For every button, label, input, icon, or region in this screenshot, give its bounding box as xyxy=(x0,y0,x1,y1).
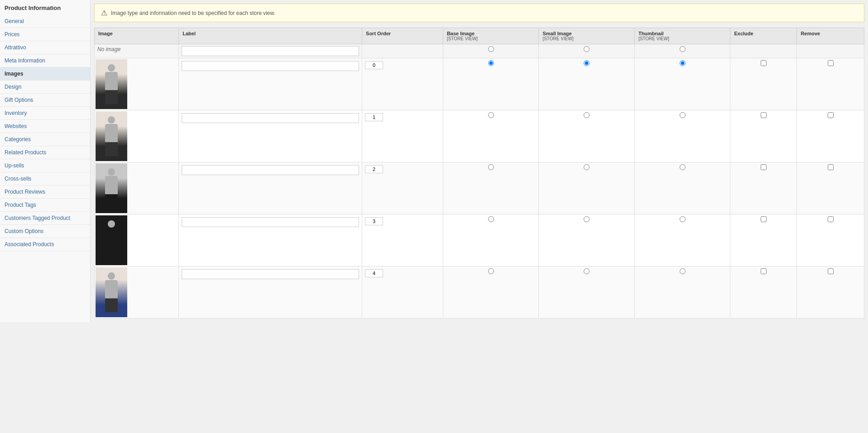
label-input-5[interactable] xyxy=(182,269,359,279)
thumbnail-cell-3 xyxy=(634,162,730,214)
label-cell xyxy=(179,266,362,319)
col-small-image: Small Image [STORE VIEW] xyxy=(539,28,635,44)
exclude-checkbox-5[interactable] xyxy=(761,268,767,274)
sidebar-item-product-tags[interactable]: Product Tags xyxy=(0,199,90,212)
sidebar-item-customers-tagged-product[interactable]: Customers Tagged Product xyxy=(0,212,90,225)
thumbnail-cell-1 xyxy=(634,58,730,110)
sidebar-item-cross-sells[interactable]: Cross-sells xyxy=(0,172,90,186)
sidebar-item-design[interactable]: Design xyxy=(0,81,90,94)
main-content: ⚠ Image type and information need to be … xyxy=(91,0,868,322)
person-silhouette xyxy=(105,220,118,260)
sidebar-item-general[interactable]: General xyxy=(0,15,90,28)
table-row: No image xyxy=(95,44,864,58)
sidebar-item-categories[interactable]: Categories xyxy=(0,133,90,146)
sidebar-item-custom-options[interactable]: Custom Options xyxy=(0,225,90,238)
sidebar-item-up-sells[interactable]: Up-sells xyxy=(0,159,90,172)
sidebar-item-meta-information[interactable]: Meta Information xyxy=(0,54,90,67)
person-legs xyxy=(105,195,118,208)
sidebar-item-associated-products[interactable]: Associated Products xyxy=(0,238,90,251)
base-image-cell-4 xyxy=(443,214,539,266)
small-image-radio-5[interactable] xyxy=(584,268,590,274)
remove-checkbox-2[interactable] xyxy=(828,112,834,118)
base-image-cell xyxy=(443,44,539,58)
base-image-radio-1[interactable] xyxy=(488,60,494,66)
remove-cell-4 xyxy=(797,214,864,266)
exclude-cell-3 xyxy=(730,162,797,214)
sort-order-input-5[interactable] xyxy=(365,269,383,277)
sidebar-item-product-reviews[interactable]: Product Reviews xyxy=(0,186,90,199)
sidebar-nav: GeneralPricesAttrattivoMeta InformationI… xyxy=(0,15,90,251)
base-image-radio-3[interactable] xyxy=(488,164,494,170)
person-legs xyxy=(105,247,118,260)
sort-order-input-2[interactable] xyxy=(365,113,383,121)
exclude-cell xyxy=(730,44,797,58)
thumbnail-radio[interactable] xyxy=(680,46,686,52)
thumbnail-radio-3[interactable] xyxy=(680,164,686,170)
sort-order-cell xyxy=(362,214,443,266)
sidebar-item-websites[interactable]: Websites xyxy=(0,120,90,133)
label-input[interactable] xyxy=(182,46,359,56)
col-image: Image xyxy=(95,28,179,44)
base-image-radio-4[interactable] xyxy=(488,216,494,222)
col-base-image: Base Image [STORE VIEW] xyxy=(443,28,539,44)
base-image-radio-5[interactable] xyxy=(488,268,494,274)
sort-order-input-3[interactable] xyxy=(365,165,383,173)
sidebar-item-related-products[interactable]: Related Products xyxy=(0,146,90,159)
base-image-radio-2[interactable] xyxy=(488,112,494,118)
sidebar-item-attrattivo[interactable]: Attrattivo xyxy=(0,41,90,54)
thumbnail-cell-5 xyxy=(634,266,730,319)
label-input-2[interactable] xyxy=(182,113,359,123)
no-image-label: No image xyxy=(97,46,120,52)
remove-checkbox-5[interactable] xyxy=(828,268,834,274)
remove-cell xyxy=(797,44,864,58)
thumbnail-radio-4[interactable] xyxy=(680,216,686,222)
image-cell xyxy=(95,266,179,319)
remove-checkbox-3[interactable] xyxy=(828,164,834,170)
remove-checkbox-4[interactable] xyxy=(828,216,834,222)
small-image-radio[interactable] xyxy=(584,46,590,52)
exclude-checkbox-1[interactable] xyxy=(761,60,767,66)
small-image-cell-3 xyxy=(539,162,635,214)
remove-checkbox-1[interactable] xyxy=(828,60,834,66)
col-thumbnail: Thumbnail [STORE VIEW] xyxy=(634,28,730,44)
exclude-checkbox-4[interactable] xyxy=(761,216,767,222)
sidebar-item-inventory[interactable]: Inventory xyxy=(0,107,90,120)
table-row xyxy=(95,214,864,266)
label-input-1[interactable] xyxy=(182,61,359,71)
col-sort-order: Sort Order xyxy=(362,28,443,44)
thumbnail-cell-2 xyxy=(634,110,730,162)
sort-order-cell xyxy=(362,44,443,58)
col-remove: Remove xyxy=(797,28,864,44)
thumbnail-radio-5[interactable] xyxy=(680,268,686,274)
person-head xyxy=(108,168,115,176)
sidebar-item-prices[interactable]: Prices xyxy=(0,28,90,41)
exclude-cell-2 xyxy=(730,110,797,162)
exclude-checkbox-2[interactable] xyxy=(761,112,767,118)
small-image-cell-2 xyxy=(539,110,635,162)
label-input-4[interactable] xyxy=(182,217,359,227)
base-image-radio[interactable] xyxy=(488,46,494,52)
product-image-1 xyxy=(96,59,127,109)
thumbnail-radio-2[interactable] xyxy=(680,112,686,118)
person-body xyxy=(105,72,118,90)
sidebar-item-images[interactable]: Images xyxy=(0,67,90,81)
product-image-2 xyxy=(96,111,127,161)
thumbnail-cell xyxy=(634,44,730,58)
small-image-radio-3[interactable] xyxy=(584,164,590,170)
sort-order-input-4[interactable] xyxy=(365,217,383,225)
person-head xyxy=(108,272,115,280)
small-image-radio-2[interactable] xyxy=(584,112,590,118)
product-image-3 xyxy=(96,163,127,213)
label-input-3[interactable] xyxy=(182,165,359,175)
sidebar-item-gift-options[interactable]: Gift Options xyxy=(0,94,90,107)
small-image-radio-1[interactable] xyxy=(584,60,590,66)
exclude-checkbox-3[interactable] xyxy=(761,164,767,170)
warning-box: ⚠ Image type and information need to be … xyxy=(94,4,864,22)
sort-order-input-1[interactable] xyxy=(365,61,383,69)
person-body xyxy=(105,228,118,246)
small-image-radio-4[interactable] xyxy=(584,216,590,222)
label-cell xyxy=(179,162,362,214)
remove-cell-5 xyxy=(797,266,864,319)
small-image-cell-4 xyxy=(539,214,635,266)
thumbnail-radio-1[interactable] xyxy=(680,60,686,66)
